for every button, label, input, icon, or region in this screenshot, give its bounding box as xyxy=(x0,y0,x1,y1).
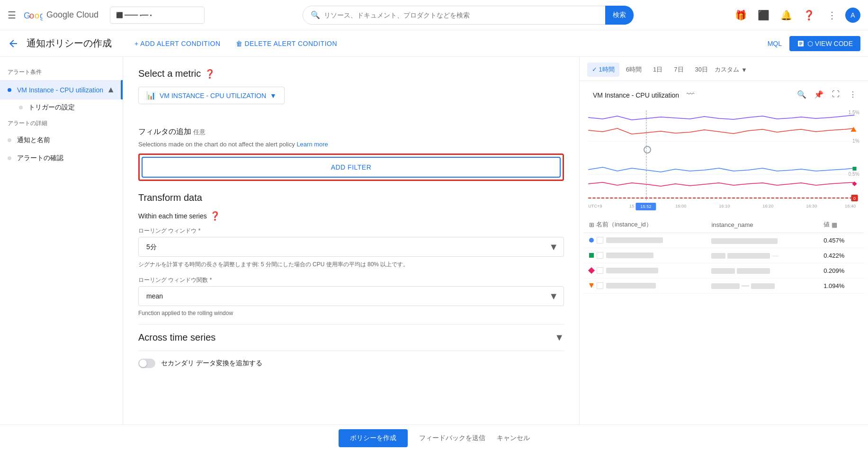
col-header-name: ⊞ 名前（instance_id） xyxy=(583,216,706,233)
svg-text:16:10: 16:10 xyxy=(719,204,730,208)
svg-text:UTC+9: UTC+9 xyxy=(588,204,602,208)
metric-dropdown-icon: ▼ xyxy=(270,92,277,99)
cancel-button[interactable]: キャンセル xyxy=(497,434,530,442)
grid-icon: ⊞ xyxy=(589,221,594,228)
svg-text:g: g xyxy=(40,11,43,20)
chevron-up-icon: ▲ xyxy=(107,85,115,95)
within-help-icon[interactable]: ❓ xyxy=(210,211,220,221)
table-row: 0.457% xyxy=(583,233,864,248)
svg-text:16:30: 16:30 xyxy=(806,204,817,208)
transform-section: Transform data Within each time series ❓… xyxy=(138,192,564,376)
across-series-section[interactable]: Across time series ▼ xyxy=(138,324,564,351)
add-filter-button[interactable]: ADD FILTER xyxy=(142,157,561,178)
content-area: Select a metric ❓ 📊 VM INSTANCE - CPU UT… xyxy=(123,57,579,424)
right-panel: ✓ 1時間 6時間 1日 7日 30日 カスタム ▼ VM Instance -… xyxy=(579,57,868,424)
transform-title: Transform data xyxy=(138,192,564,203)
subheader-right: MQL ⬡ VIEW CODE xyxy=(768,36,860,51)
secondary-toggle[interactable] xyxy=(138,359,155,368)
svg-text:16:20: 16:20 xyxy=(762,204,773,208)
chart-title: VM Instance - CPU utilization xyxy=(587,88,685,101)
col-header-value: 値 ▦ xyxy=(818,216,864,233)
time-btn-30d[interactable]: 30日 xyxy=(690,63,713,77)
row4-instance-id xyxy=(606,283,656,289)
rolling-window-select[interactable]: 5分 1分 10分 15分 xyxy=(138,237,564,257)
search-input[interactable] xyxy=(324,11,605,19)
chart-pin-icon[interactable]: 📌 xyxy=(811,87,826,102)
menu-icon[interactable]: ☰ xyxy=(8,9,16,21)
metric-btn-label: VM INSTANCE - CPU UTILIZATION xyxy=(160,92,266,99)
delete-alert-condition-button[interactable]: 🗑 DELETE ALERT CONDITION xyxy=(228,36,345,51)
learn-more-link[interactable]: Learn more xyxy=(296,141,328,148)
row1-checkbox[interactable] xyxy=(597,237,603,244)
feedback-button[interactable]: フィードバックを送信 xyxy=(419,434,485,442)
sidebar-item-notifications[interactable]: 通知と名前 xyxy=(0,131,123,149)
row4-separator: ━━ xyxy=(742,282,749,289)
chart-toolbar: 🔍 📌 ⛶ ⋮ xyxy=(794,87,860,102)
bar-icon: ▦ xyxy=(832,221,837,228)
search-icon: 🔍 xyxy=(311,10,320,19)
view-code-label: ⬡ VIEW CODE xyxy=(807,40,853,47)
data-table: ⊞ 名前（instance_id） instance_name 値 ▦ xyxy=(583,216,864,294)
metric-help-icon[interactable]: ❓ xyxy=(205,69,215,79)
row3-value: 0.209% xyxy=(818,263,864,279)
time-custom-btn[interactable]: カスタム ▼ xyxy=(715,65,747,74)
table-row: 0.209% xyxy=(583,263,864,279)
add-alert-condition-button[interactable]: + ADD ALERT CONDITION xyxy=(127,36,228,51)
google-cloud-logo: G o o g Google Cloud xyxy=(24,9,98,21)
time-btn-1h[interactable]: ✓ 1時間 xyxy=(587,63,619,77)
sidebar-sub-item-trigger[interactable]: トリガーの設定 xyxy=(0,99,123,116)
svg-text:0: 0 xyxy=(853,196,856,201)
page-title: 通知ポリシーの作成 xyxy=(27,37,112,50)
row2-color xyxy=(589,253,594,258)
main-layout: アラート条件 VM Instance - CPU utilization ▲ ト… xyxy=(0,57,868,424)
back-button[interactable] xyxy=(8,38,19,49)
chart-fullscreen-icon[interactable]: ⛶ xyxy=(828,87,843,102)
rolling-fn-hint: Function applied to the rolling window xyxy=(138,310,564,316)
row3-checkbox[interactable] xyxy=(597,267,603,274)
help-icon[interactable]: ❓ xyxy=(800,6,819,25)
row3-color xyxy=(588,267,595,274)
metric-selector-button[interactable]: 📊 VM INSTANCE - CPU UTILIZATION ▼ xyxy=(138,87,285,104)
more-icon[interactable]: ⋮ xyxy=(823,6,841,25)
svg-text:16:40: 16:40 xyxy=(845,204,856,208)
row3-name-part1 xyxy=(711,268,735,274)
row2-name-part1 xyxy=(711,253,725,259)
metric-title-text: Select a metric xyxy=(138,68,201,79)
search-bar: 🔍 検索 xyxy=(303,6,634,25)
chart-area: 1.5% 1% 0.5% xyxy=(583,106,864,215)
avatar[interactable]: A xyxy=(845,8,860,23)
row4-color xyxy=(589,283,594,288)
notification-icon[interactable]: 🔔 xyxy=(777,6,796,25)
rolling-fn-select-container: mean sum min max ▼ xyxy=(138,286,564,306)
time-btn-1d[interactable]: 1日 xyxy=(648,63,667,77)
gift-icon[interactable]: 🎁 xyxy=(732,6,751,25)
view-code-button[interactable]: ⬡ VIEW CODE xyxy=(789,36,860,51)
svg-rect-12 xyxy=(852,167,856,171)
row2-checkbox[interactable] xyxy=(597,252,603,259)
sidebar-item-review[interactable]: アラートの確認 xyxy=(0,149,123,167)
svg-text:o: o xyxy=(35,11,39,20)
rolling-fn-select[interactable]: mean sum min max xyxy=(138,286,564,306)
row3-instance-id xyxy=(606,268,658,273)
search-button[interactable]: 検索 xyxy=(605,6,634,25)
chart-zoom-icon[interactable]: 🔍 xyxy=(794,87,809,102)
row2-dash: — xyxy=(772,252,778,259)
console-icon[interactable]: ⬛ xyxy=(754,6,773,25)
row4-checkbox[interactable] xyxy=(597,282,603,289)
project-selector[interactable]: ⬛ ━━━━ ▪━━ ▪ xyxy=(110,7,205,24)
sidebar-item-vm-cpu[interactable]: VM Instance - CPU utilization ▲ xyxy=(0,80,123,99)
across-series-title: Across time series xyxy=(138,332,215,343)
add-filter-container: ADD FILTER xyxy=(138,153,564,181)
mql-button[interactable]: MQL xyxy=(768,40,782,47)
custom-chevron-icon: ▼ xyxy=(741,66,747,73)
logo-text: Google Cloud xyxy=(46,10,98,20)
time-btn-6h[interactable]: 6時間 xyxy=(621,63,646,77)
row2-instance-id xyxy=(606,253,653,258)
sub-dot xyxy=(19,106,23,109)
create-policy-button[interactable]: ポリシーを作成 xyxy=(339,429,408,447)
chart-more-icon[interactable]: ⋮ xyxy=(845,87,860,102)
chart-wrapper: VM Instance - CPU utilization 〰 🔍 📌 ⛶ ⋮ … xyxy=(580,81,868,298)
time-btn-7d[interactable]: 7日 xyxy=(669,63,688,77)
chart-signal-icon: 〰 xyxy=(687,90,694,99)
table-row: — 0.422% xyxy=(583,248,864,263)
